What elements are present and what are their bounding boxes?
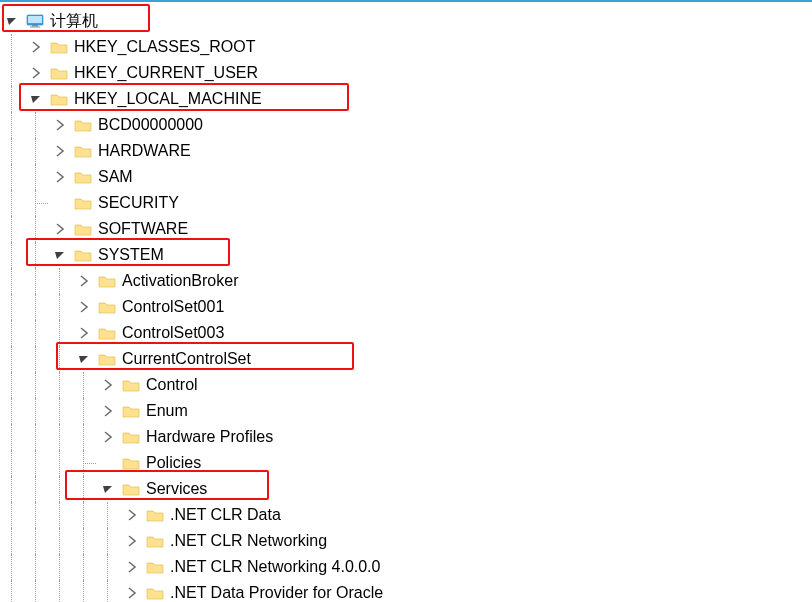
- chevron-down-icon[interactable]: [4, 13, 20, 29]
- chevron-right-icon[interactable]: [124, 559, 140, 575]
- folder-icon: [74, 246, 92, 264]
- folder-icon: [146, 584, 164, 602]
- folder-icon: [74, 194, 92, 212]
- chevron-right-icon[interactable]: [52, 169, 68, 185]
- tree-label: .NET CLR Networking: [170, 533, 327, 549]
- tree-label: SYSTEM: [98, 247, 164, 263]
- tree-item-hkcu[interactable]: HKEY_CURRENT_USER: [0, 60, 812, 86]
- folder-icon: [50, 90, 68, 108]
- folder-icon: [146, 506, 164, 524]
- tree-label: BCD00000000: [98, 117, 203, 133]
- tree-item-hardware[interactable]: HARDWARE: [0, 138, 812, 164]
- tree-item-software[interactable]: SOFTWARE: [0, 216, 812, 242]
- tree-item-hklm[interactable]: HKEY_LOCAL_MACHINE: [0, 86, 812, 112]
- tree-item-services[interactable]: Services: [0, 476, 812, 502]
- folder-icon: [74, 116, 92, 134]
- tree-item-cs001[interactable]: ControlSet001: [0, 294, 812, 320]
- tree-item-netclrnet[interactable]: .NET CLR Networking: [0, 528, 812, 554]
- chevron-right-icon[interactable]: [76, 273, 92, 289]
- folder-icon: [146, 558, 164, 576]
- tree-label: HKEY_CURRENT_USER: [74, 65, 258, 81]
- tree-item-activationbroker[interactable]: ActivationBroker: [0, 268, 812, 294]
- tree-label: HKEY_LOCAL_MACHINE: [74, 91, 262, 107]
- tree-label: Hardware Profiles: [146, 429, 273, 445]
- chevron-right-icon[interactable]: [124, 507, 140, 523]
- tree-item-netclrdata[interactable]: .NET CLR Data: [0, 502, 812, 528]
- tree-label: SAM: [98, 169, 133, 185]
- computer-icon: [26, 12, 44, 30]
- tree-item-hwprofiles[interactable]: Hardware Profiles: [0, 424, 812, 450]
- folder-icon: [74, 142, 92, 160]
- tree-label: HKEY_CLASSES_ROOT: [74, 39, 255, 55]
- folder-icon: [50, 38, 68, 56]
- tree-item-hkcr[interactable]: HKEY_CLASSES_ROOT: [0, 34, 812, 60]
- tree-item-currentcontrolset[interactable]: CurrentControlSet: [0, 346, 812, 372]
- tree-label: .NET CLR Networking 4.0.0.0: [170, 559, 380, 575]
- tree-label: CurrentControlSet: [122, 351, 251, 367]
- chevron-down-icon[interactable]: [52, 247, 68, 263]
- chevron-right-icon[interactable]: [28, 65, 44, 81]
- chevron-right-icon[interactable]: [100, 377, 116, 393]
- tree-item-bcd[interactable]: BCD00000000: [0, 112, 812, 138]
- folder-icon: [122, 454, 140, 472]
- tree-item-netclrnet4[interactable]: .NET CLR Networking 4.0.0.0: [0, 554, 812, 580]
- chevron-down-icon[interactable]: [76, 351, 92, 367]
- chevron-right-icon[interactable]: [100, 403, 116, 419]
- tree-item-computer[interactable]: 计算机: [0, 8, 812, 34]
- folder-icon: [122, 376, 140, 394]
- folder-icon: [98, 298, 116, 316]
- folder-icon: [146, 532, 164, 550]
- svg-rect-1: [28, 16, 42, 23]
- folder-icon: [74, 220, 92, 238]
- svg-rect-3: [30, 27, 40, 28]
- tree-item-enum[interactable]: Enum: [0, 398, 812, 424]
- tree-label: HARDWARE: [98, 143, 191, 159]
- tree-label: ActivationBroker: [122, 273, 239, 289]
- tree-label: .NET CLR Data: [170, 507, 281, 523]
- chevron-right-icon[interactable]: [76, 325, 92, 341]
- tree-label: SOFTWARE: [98, 221, 188, 237]
- tree-label: .NET Data Provider for Oracle: [170, 585, 383, 601]
- tree-label: ControlSet003: [122, 325, 224, 341]
- chevron-right-icon[interactable]: [28, 39, 44, 55]
- folder-icon: [122, 402, 140, 420]
- tree-item-security[interactable]: SECURITY: [0, 190, 812, 216]
- folder-icon: [122, 428, 140, 446]
- chevron-down-icon[interactable]: [100, 481, 116, 497]
- tree-label: Services: [146, 481, 207, 497]
- tree-item-netoracle[interactable]: .NET Data Provider for Oracle: [0, 580, 812, 602]
- tree-item-cs003[interactable]: ControlSet003: [0, 320, 812, 346]
- chevron-right-icon[interactable]: [124, 533, 140, 549]
- tree-item-policies[interactable]: Policies: [0, 450, 812, 476]
- tree-label: 计算机: [50, 13, 98, 29]
- chevron-right-icon[interactable]: [100, 429, 116, 445]
- chevron-right-icon[interactable]: [124, 585, 140, 601]
- tree-label: Control: [146, 377, 198, 393]
- tree-item-control[interactable]: Control: [0, 372, 812, 398]
- folder-icon: [74, 168, 92, 186]
- chevron-right-icon[interactable]: [52, 221, 68, 237]
- chevron-right-icon[interactable]: [52, 117, 68, 133]
- tree-label: Enum: [146, 403, 188, 419]
- chevron-right-icon[interactable]: [52, 143, 68, 159]
- folder-icon: [50, 64, 68, 82]
- svg-rect-2: [32, 25, 38, 27]
- tree-item-sam[interactable]: SAM: [0, 164, 812, 190]
- folder-icon: [98, 272, 116, 290]
- folder-icon: [98, 350, 116, 368]
- tree-label: ControlSet001: [122, 299, 224, 315]
- tree-label: Policies: [146, 455, 201, 471]
- folder-icon: [98, 324, 116, 342]
- tree-label: SECURITY: [98, 195, 179, 211]
- folder-icon: [122, 480, 140, 498]
- registry-tree: 计算机 HKEY_CLASSES_ROOT HKEY_CURRENT_USER …: [0, 2, 812, 602]
- chevron-right-icon[interactable]: [76, 299, 92, 315]
- tree-item-system[interactable]: SYSTEM: [0, 242, 812, 268]
- chevron-down-icon[interactable]: [28, 91, 44, 107]
